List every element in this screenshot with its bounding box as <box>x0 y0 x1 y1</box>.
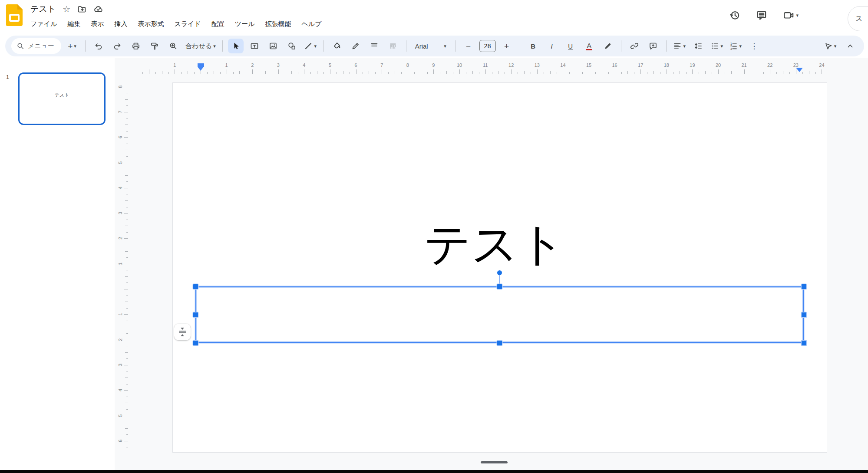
divider <box>406 40 406 52</box>
menu-item-2[interactable]: 表示 <box>86 18 109 30</box>
menu-item-6[interactable]: 配置 <box>206 18 230 30</box>
insert-shape-button[interactable] <box>284 39 300 53</box>
handle-mid-right[interactable] <box>802 312 806 317</box>
image-icon <box>269 42 277 50</box>
handle-top-right[interactable] <box>802 284 806 289</box>
speaker-notes-resize-handle[interactable] <box>481 461 508 463</box>
search-menus-button[interactable]: メニュー <box>11 38 61 54</box>
ruler-tick <box>285 72 285 74</box>
shape-icon <box>287 42 296 50</box>
paint-roller-icon <box>150 42 159 50</box>
zoom-button[interactable] <box>165 39 181 53</box>
select-tool-button[interactable] <box>228 39 244 53</box>
ruler-label: 7 <box>380 62 383 68</box>
ruler-tick <box>822 69 822 74</box>
ruler-tick <box>408 69 408 74</box>
underline-button[interactable]: U <box>563 39 578 53</box>
handle-mid-left[interactable] <box>193 312 198 317</box>
menu-item-5[interactable]: スライド <box>169 18 206 30</box>
increase-font-size-button[interactable]: + <box>499 39 515 53</box>
handle-bottom-center[interactable] <box>497 341 502 345</box>
menu-item-0[interactable]: ファイル <box>25 18 62 30</box>
slide-thumbnail-selected[interactable]: テスト <box>18 72 106 125</box>
right-indent-marker[interactable] <box>796 68 803 72</box>
star-icon[interactable]: ☆ <box>63 4 70 14</box>
paint-format-button[interactable] <box>147 39 162 53</box>
italic-button[interactable]: I <box>544 39 560 53</box>
cloud-saved-icon[interactable] <box>93 4 103 14</box>
handle-bottom-right[interactable] <box>802 341 806 345</box>
menu-item-7[interactable]: ツール <box>230 18 260 30</box>
menu-item-8[interactable]: 拡張機能 <box>260 18 297 30</box>
font-size-input[interactable]: 28 <box>479 40 496 52</box>
selection-box[interactable] <box>195 286 804 343</box>
handle-bottom-left[interactable] <box>193 341 198 345</box>
meet-video-button[interactable]: ▾ <box>783 10 799 21</box>
ruler-label: 5 <box>329 62 331 68</box>
menu-item-4[interactable]: 表示形式 <box>132 18 169 30</box>
slides-logo-icon[interactable] <box>6 4 23 26</box>
line-spacing-button[interactable] <box>690 39 706 53</box>
history-icon[interactable] <box>729 10 740 21</box>
decrease-font-size-button[interactable]: − <box>461 39 476 53</box>
comments-icon[interactable] <box>756 10 767 21</box>
ruler-label: 12 <box>508 62 514 68</box>
add-comment-button[interactable] <box>645 39 661 53</box>
bottom-edge-bar <box>0 470 868 473</box>
document-title[interactable]: テスト <box>30 3 56 15</box>
numbered-list-button[interactable]: 1 2 3 ▾ <box>728 39 743 53</box>
font-family-select[interactable]: Arial ▾ <box>412 39 450 53</box>
ruler-tick <box>168 72 169 74</box>
undo-button[interactable] <box>91 39 106 53</box>
print-button[interactable] <box>128 39 144 53</box>
border-dash-button[interactable] <box>385 39 401 53</box>
align-button[interactable]: ▾ <box>672 39 687 53</box>
chevron-down-icon: ▾ <box>213 44 216 49</box>
redo-button[interactable] <box>109 39 125 53</box>
left-indent-marker[interactable] <box>198 63 204 71</box>
ruler-tick <box>783 71 783 74</box>
rotation-handle[interactable] <box>497 270 502 275</box>
highlight-color-button[interactable] <box>600 39 616 53</box>
handle-top-center[interactable] <box>497 284 502 289</box>
bold-button[interactable]: B <box>525 39 541 53</box>
new-slide-button[interactable]: + ▾ <box>64 39 80 53</box>
more-options-button[interactable]: ⋮ <box>746 39 762 53</box>
ruler-label: 8 <box>406 62 409 68</box>
chevron-up-icon <box>846 42 855 50</box>
bulleted-list-button[interactable]: ▾ <box>709 39 725 53</box>
menu-item-3[interactable]: 挿入 <box>109 18 132 30</box>
menu-item-1[interactable]: 編集 <box>62 18 86 30</box>
horizontal-ruler[interactable]: 1123456789101112131415161718192021222324 <box>0 61 868 76</box>
ruler-tick <box>627 71 628 74</box>
slideshow-button-clipped[interactable]: ス <box>848 6 868 31</box>
border-weight-button[interactable] <box>366 39 382 53</box>
text-color-button[interactable]: A <box>581 39 597 53</box>
ruler-tick <box>124 441 128 441</box>
collapse-toolbar-button[interactable] <box>842 39 858 53</box>
fill-color-button[interactable] <box>329 39 345 53</box>
ruler-tick <box>126 384 129 384</box>
ruler-tick <box>126 105 129 106</box>
pointer-mode-button[interactable]: ▾ <box>822 39 838 53</box>
fit-zoom-select[interactable]: 合わせる ▾ <box>184 39 217 53</box>
border-color-button[interactable] <box>348 39 363 53</box>
handle-top-left[interactable] <box>193 284 198 289</box>
slide-title-text[interactable]: テスト <box>424 220 565 268</box>
ruler-tick <box>252 69 253 74</box>
move-folder-icon[interactable] <box>77 5 86 14</box>
ruler-tick <box>725 72 725 74</box>
ruler-tick <box>124 416 128 416</box>
insert-image-button[interactable] <box>265 39 281 53</box>
ruler-tick <box>537 69 538 74</box>
autofit-indicator-button[interactable] <box>174 324 191 340</box>
insert-link-button[interactable] <box>627 39 642 53</box>
ruler-tick <box>126 118 129 118</box>
menu-item-9[interactable]: ヘルプ <box>297 18 327 30</box>
ruler-tick <box>125 251 128 252</box>
text-box-button[interactable] <box>247 39 262 53</box>
ruler-tick <box>125 302 128 302</box>
vertical-ruler[interactable]: 87654321123456 <box>115 76 130 458</box>
insert-line-button[interactable]: ▾ <box>303 39 318 53</box>
ruler-tick <box>511 69 512 74</box>
